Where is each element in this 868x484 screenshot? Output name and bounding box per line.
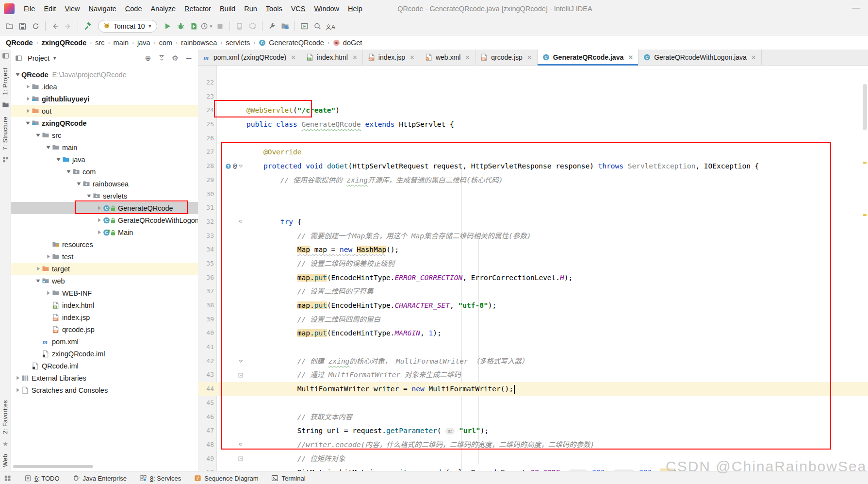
run-window-button[interactable] — [298, 20, 311, 33]
chevron-closed-icon[interactable] — [45, 254, 52, 259]
menu-item-run[interactable]: Run — [240, 0, 262, 17]
menu-item-window[interactable]: Window — [310, 0, 344, 17]
tree-item-scratches-and-consoles[interactable]: Scratches and Consoles — [11, 384, 198, 396]
menu-item-file[interactable]: File — [19, 0, 39, 17]
menu-item-view[interactable]: View — [60, 0, 84, 17]
chevron-open-icon[interactable] — [75, 181, 82, 186]
build-hammer-button[interactable] — [81, 20, 94, 33]
stripe-stripe-grid-icon[interactable] — [2, 156, 9, 165]
code-line-35[interactable]: 35 // 设置二维码的误差校正级别 — [198, 257, 868, 271]
tree-item-generateqrcode[interactable]: CGenerateQRcode — [11, 202, 198, 214]
close-icon[interactable]: ✕ — [352, 54, 358, 61]
close-icon[interactable]: ✕ — [527, 54, 532, 61]
tree-item-gerateqrcodewithlogon[interactable]: CGerateQRcodeWithLogon — [11, 214, 198, 226]
overriding-method-icon[interactable] — [225, 163, 231, 169]
close-icon[interactable]: ✕ — [628, 54, 633, 61]
chevron-open-icon[interactable] — [34, 278, 42, 284]
menu-item-tools[interactable]: Tools — [262, 0, 287, 17]
breadcrumb-item-java[interactable]: java — [136, 39, 151, 47]
close-icon[interactable]: ✕ — [751, 54, 756, 61]
settings-wrench-button[interactable] — [265, 20, 278, 33]
tree-item-servlets[interactable]: servlets — [11, 190, 198, 202]
chevron-closed-icon[interactable] — [34, 266, 42, 271]
stripe-button-2-favorites[interactable]: 2: Favorites — [2, 400, 9, 434]
chevron-open-icon[interactable] — [85, 193, 93, 199]
breadcrumb-item-qrcode[interactable]: QRcode — [5, 39, 34, 47]
code-editor[interactable]: 222324@WebServlet("/create")25public cla… — [198, 66, 868, 471]
tree-item-zxingqrcode-iml[interactable]: zxingQRcode.iml — [11, 348, 198, 360]
deploy-button[interactable] — [246, 20, 259, 33]
fold-marker-icon[interactable] — [238, 373, 243, 378]
editor-vscrollbar[interactable] — [863, 84, 867, 130]
breadcrumb-item-main[interactable]: main — [113, 39, 130, 47]
translate-button[interactable]: 文A — [324, 20, 337, 33]
breadcrumb-item-rainbowsea[interactable]: rainbowsea — [180, 39, 218, 47]
menu-item-build[interactable]: Build — [215, 0, 240, 17]
status-java-enterprise[interactable]: Java Enterprise — [73, 475, 127, 482]
code-line-40[interactable]: 40 map.put(EncodeHintType.MARGIN, 1); — [198, 326, 868, 340]
code-line-23[interactable]: 23 — [198, 90, 868, 104]
tab-qrcode-jsp[interactable]: JSPqrcode.jsp✕ — [475, 50, 538, 65]
stripe-button-7-structure[interactable]: 7: Structure — [2, 117, 9, 150]
fold-marker-icon[interactable] — [238, 359, 243, 364]
chevron-closed-icon[interactable] — [14, 387, 21, 393]
breadcrumb-item-src[interactable]: src — [94, 39, 105, 47]
code-line-31[interactable]: 31 — [198, 201, 868, 215]
tree-item-out[interactable]: out — [11, 105, 198, 117]
stripe-stripe-window-icon[interactable] — [2, 52, 9, 61]
close-icon[interactable]: ✕ — [465, 54, 470, 61]
profiler-button[interactable]: ▼ — [200, 20, 213, 33]
chevron-closed-icon[interactable] — [96, 217, 103, 223]
tab-index-html[interactable]: Hindex.html✕ — [301, 50, 363, 65]
breadcrumb-item-generateqrcode[interactable]: CGenerateQRcode — [258, 39, 325, 47]
chevron-closed-icon[interactable] — [45, 290, 52, 296]
tree-item-githubliuyueyi[interactable]: githubliuyueyi — [11, 93, 198, 105]
menu-item-vcs[interactable]: VCS — [287, 0, 310, 17]
hide-panel-icon[interactable]: ─ — [183, 53, 194, 64]
chevron-closed-icon[interactable] — [14, 375, 21, 381]
code-line-36[interactable]: 36 map.put(EncodeHintType.ERROR_CORRECTI… — [198, 271, 868, 285]
tree-item-qrcode-iml[interactable]: QRcode.iml — [11, 360, 198, 372]
chevron-open-icon[interactable] — [55, 157, 62, 162]
fold-marker-icon[interactable] — [238, 456, 243, 461]
search-button[interactable] — [311, 20, 324, 33]
code-line-30[interactable]: 30 — [198, 187, 868, 201]
tree-item-main[interactable]: main — [11, 141, 198, 153]
tree-item-web[interactable]: web — [11, 275, 198, 287]
tree-item-index-html[interactable]: Hindex.html — [11, 299, 198, 311]
code-line-43[interactable]: 43 // 通过 MultiFormatWriter 对象来生成二维码 — [198, 368, 868, 382]
menu-item-navigate[interactable]: Navigate — [84, 0, 121, 17]
collapse-all-icon[interactable] — [156, 53, 167, 64]
back-button[interactable] — [49, 20, 62, 33]
sync-button[interactable] — [29, 20, 42, 33]
code-line-39[interactable]: 39 // 设置二维码四周的留白 — [198, 313, 868, 327]
code-line-38[interactable]: 38 map.put(EncodeHintType.CHARACTER_SET,… — [198, 299, 868, 313]
tree-item-main[interactable]: CMain — [11, 226, 198, 238]
tree-item-com[interactable]: com — [11, 166, 198, 178]
code-line-48[interactable]: 48 //writer.encode(内容，什么格式的二维码，二维码的宽度，二维… — [198, 438, 868, 452]
code-line-27[interactable]: 27 @Override — [198, 145, 868, 159]
tree-item-test[interactable]: test — [11, 250, 198, 263]
breadcrumb-item-com[interactable]: com — [158, 39, 173, 47]
tab-web-xml[interactable]: <>web.xml✕ — [420, 50, 475, 65]
status-tool-grid-icon[interactable] — [4, 475, 11, 482]
fold-marker-icon[interactable] — [238, 442, 243, 447]
code-line-28[interactable]: 28@ protected void doGet(HttpServletRequ… — [198, 159, 868, 173]
menu-item-code[interactable]: Code — [121, 0, 147, 17]
code-line-44[interactable]: 44 MultiFormatWriter writer = new MultiF… — [198, 382, 868, 396]
chevron-open-icon[interactable] — [24, 120, 32, 126]
status--services[interactable]: 8: Services — [140, 475, 181, 482]
code-line-24[interactable]: 24@WebServlet("/create") — [198, 103, 868, 117]
tree-item-pom-xml[interactable]: mpom.xml — [11, 335, 198, 348]
breadcrumb-item-servlets[interactable]: servlets — [225, 39, 251, 47]
close-icon[interactable]: ✕ — [291, 54, 296, 61]
breadcrumb-item-doget[interactable]: mdoGet — [332, 39, 363, 47]
minimize-icon[interactable]: — — [852, 0, 860, 17]
stripe-button-web[interactable]: Web — [2, 454, 9, 467]
menu-item-analyze[interactable]: Analyze — [147, 0, 180, 17]
chevron-open-icon[interactable] — [65, 169, 72, 174]
forward-button[interactable] — [62, 20, 75, 33]
chevron-closed-icon[interactable] — [24, 84, 32, 89]
tab-generateqrcode-java[interactable]: CGenerateQRcode.java✕ — [538, 50, 639, 65]
tree-item-qrcode-jsp[interactable]: JSPqrcode.jsp — [11, 323, 198, 335]
